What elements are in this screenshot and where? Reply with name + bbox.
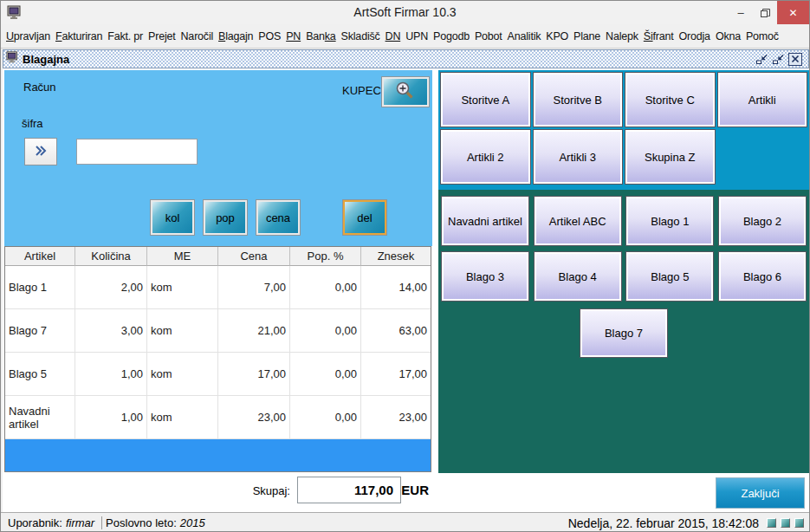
menu-item-banka[interactable]: Banka [303, 30, 338, 42]
restore-icon[interactable] [753, 1, 777, 24]
menu-item-plane[interactable]: Plane [571, 30, 603, 42]
menu-item-pn[interactable]: PN [283, 30, 303, 42]
column-header-artikel[interactable]: Artikel [5, 247, 75, 266]
article-buttons-grid: Navadni artikelArtikel ABCBlago 1Blago 2… [442, 197, 806, 301]
quick-button-blago-7[interactable]: Blago 7 [580, 309, 667, 357]
table-cell: 7,00 [218, 266, 290, 308]
app-window: ArtSoft Firmar 10.3 – ✕ UpravljanFakturi… [0, 0, 810, 532]
menu-item-orodja[interactable]: Orodja [677, 30, 713, 42]
table-cell: 0,00 [290, 309, 361, 352]
menu-item-pobot[interactable]: Pobot [472, 30, 505, 42]
table-cell: 63,00 [361, 309, 431, 352]
menu-item-naro-il[interactable]: Naročil [178, 30, 217, 42]
table-cell: kom [147, 266, 218, 308]
sifra-label: šifra [22, 117, 43, 130]
table-row[interactable]: Blago 12,00kom7,000,0014,00 [5, 266, 431, 309]
datetime-label: Nedelja, 22. februar 2015, 18:42:08 [568, 516, 759, 530]
minimize-button[interactable]: – [729, 1, 753, 24]
menu-item-ifrant[interactable]: Šifrant [641, 30, 677, 42]
quick-button-storitve-a[interactable]: Storitve A [441, 73, 530, 127]
quick-button-blago-4[interactable]: Blago 4 [535, 252, 621, 301]
menu-item-pomo[interactable]: Pomoč [743, 30, 781, 42]
menu-item-skladi[interactable]: Skladišč [339, 30, 383, 42]
table-cell: kom [147, 396, 218, 438]
table-header-row: ArtikelKoličinaMECenaPop. %Znesek [5, 247, 431, 266]
article-buttons-section: Navadni artikelArtikel ABCBlago 1Blago 2… [438, 190, 809, 473]
mdi-title-bar[interactable]: Blagajna [3, 49, 809, 68]
column-header-cena[interactable]: Cena [218, 247, 290, 266]
close-button[interactable]: ✕ [777, 1, 809, 24]
quick-button-navadni-artikel[interactable]: Navadni artikel [442, 197, 528, 245]
quick-button-blago-2[interactable]: Blago 2 [719, 197, 806, 245]
table-cell: 23,00 [218, 396, 290, 438]
menu-item-dn[interactable]: DN [383, 30, 404, 42]
quick-button-storitve-c[interactable]: Storitve C [625, 73, 715, 127]
status-indicator-icon [781, 518, 790, 528]
magnifier-plus-icon [394, 81, 417, 104]
table-cell: 0,00 [290, 353, 361, 395]
window-controls: – ✕ [729, 1, 809, 24]
quick-button-blago-6[interactable]: Blago 6 [719, 252, 806, 301]
table-cell: 23,00 [361, 396, 431, 438]
mdi-restore-icon[interactable] [772, 54, 785, 65]
menu-item-upravljan[interactable]: Upravljan [3, 30, 53, 42]
menu-item-okna[interactable]: Okna [713, 30, 743, 42]
pos-action-pop[interactable]: pop [204, 200, 247, 235]
menu-item-fakturiran[interactable]: Fakturiran [53, 30, 105, 42]
sifra-expand-button[interactable] [24, 138, 57, 165]
menu-item-prejet[interactable]: Prejet [146, 30, 178, 42]
menu-item-nalepk[interactable]: Nalepk [603, 30, 641, 42]
year-label: Poslovno leto: [106, 516, 177, 529]
kupec-label: KUPEC [342, 84, 381, 97]
quick-button-skupina-z[interactable]: Skupina Z [625, 130, 715, 184]
status-divider [101, 516, 102, 529]
pos-action-cena[interactable]: cena [256, 200, 300, 235]
column-header-koli-ina[interactable]: Količina [75, 247, 147, 266]
double-chevron-right-icon [33, 144, 49, 160]
quick-button-blago-1[interactable]: Blago 1 [626, 197, 713, 245]
year-value: 2015 [180, 516, 205, 529]
quick-button-artikel-abc[interactable]: Artikel ABC [535, 197, 621, 245]
table-cell: 0,00 [290, 266, 361, 308]
quick-button-artikli-2[interactable]: Artikli 2 [441, 130, 530, 184]
table-row[interactable]: Blago 73,00kom21,000,0063,00 [5, 309, 431, 353]
menu-item-blagajn[interactable]: Blagajn [216, 30, 256, 42]
selected-empty-row[interactable] [5, 439, 431, 471]
table-cell: 14,00 [361, 266, 431, 308]
quick-button-artikli[interactable]: Artikli [718, 73, 807, 127]
total-strip: Skupaj: 117,00 EUR [4, 472, 431, 510]
currency-label: EUR [401, 483, 429, 497]
column-header-znesek[interactable]: Znesek [361, 247, 431, 266]
pos-action-kol[interactable]: kol [151, 200, 194, 235]
pos-action-del[interactable]: del [343, 200, 386, 235]
table-row[interactable]: Navadni artikel1,00kom23,000,0023,00 [5, 396, 431, 439]
column-header-me[interactable]: ME [147, 247, 218, 266]
quick-button-blago-3[interactable]: Blago 3 [442, 252, 528, 301]
quick-button-blago-5[interactable]: Blago 5 [626, 252, 713, 301]
mdi-close-icon[interactable] [788, 53, 802, 66]
table-row[interactable]: Blago 51,00kom17,000,0017,00 [5, 353, 431, 396]
quick-button-artikli-3[interactable]: Artikli 3 [534, 130, 623, 184]
column-header-pop[interactable]: Pop. % [290, 247, 361, 266]
menu-item-upn[interactable]: UPN [403, 30, 431, 42]
table-cell: Navadni artikel [5, 396, 75, 438]
invoice-panel: Račun KUPEC šifra [4, 70, 432, 246]
zakljuci-button[interactable]: Zaključi [716, 477, 805, 509]
table-cell: 0,00 [290, 396, 361, 438]
menu-item-pos[interactable]: POS [256, 30, 283, 42]
menu-item-fakt-pr[interactable]: Fakt. pr [105, 30, 146, 42]
kupec-search-button[interactable] [382, 77, 429, 107]
status-bar: Uporabnik: firmar Poslovno leto: 2015 Ne… [1, 512, 809, 532]
quick-button-storitve-b[interactable]: Storitve B [534, 73, 623, 127]
menu-item-pogodb[interactable]: Pogodb [431, 30, 472, 42]
menu-item-kpo[interactable]: KPO [543, 30, 571, 42]
mdi-minimize-icon[interactable] [755, 54, 768, 65]
menu-item-analitik[interactable]: Analitik [505, 30, 544, 42]
skupaj-label: Skupaj: [253, 484, 290, 497]
table-cell: Blago 1 [5, 266, 75, 308]
items-table: ArtikelKoličinaMECenaPop. %Znesek Blago … [4, 246, 431, 472]
sifra-input[interactable] [76, 139, 198, 165]
status-left: Uporabnik: firmar Poslovno leto: 2015 [1, 516, 209, 529]
mdi-window-icon [6, 51, 19, 67]
table-body: Blago 12,00kom7,000,0014,00Blago 73,00ko… [5, 266, 431, 439]
